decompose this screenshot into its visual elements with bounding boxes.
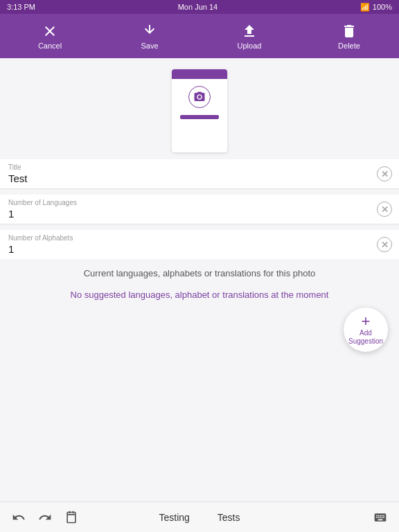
save-label: Save (141, 42, 158, 50)
alphabets-label: Number of Alphabets (8, 234, 371, 242)
redo-button[interactable] (35, 507, 55, 528)
redo-icon (38, 511, 52, 524)
keyboard-icon (373, 511, 387, 524)
bottom-nav-right (295, 507, 399, 528)
keyboard-button[interactable] (370, 507, 391, 528)
alphabets-clear-button[interactable]: ✕ (377, 237, 392, 252)
languages-field[interactable]: Number of Languages 1 ✕ (0, 195, 399, 224)
add-suggestion-button[interactable]: + AddSuggestion (344, 308, 388, 352)
alphabets-value: 1 (8, 243, 371, 255)
undo-icon (12, 511, 26, 524)
upload-button[interactable]: Upload (229, 23, 270, 50)
delete-label: Delete (338, 42, 360, 50)
status-date: Mon Jun 14 (178, 3, 218, 11)
cancel-label: Cancel (38, 42, 62, 50)
image-card-top-bar (172, 69, 227, 79)
cancel-icon (42, 23, 58, 39)
undo-button[interactable] (8, 507, 29, 528)
upload-icon (241, 23, 258, 39)
camera-icon-circle (188, 86, 211, 108)
camera-icon (193, 91, 206, 103)
status-bar: 3:13 PM Mon Jun 14 📶 100% (0, 0, 399, 14)
image-preview-container (0, 58, 399, 159)
alphabets-field[interactable]: Number of Alphabets 1 ✕ (0, 230, 399, 259)
title-label: Title (8, 163, 371, 171)
current-info-text: Current languages, alphabets or translat… (0, 260, 399, 284)
image-card (172, 69, 227, 152)
battery-icon: 100% (373, 3, 392, 11)
title-field[interactable]: Title Test ✕ (0, 159, 399, 189)
notebook-button[interactable] (61, 507, 82, 528)
cancel-button[interactable]: Cancel (29, 23, 71, 50)
top-toolbar: Cancel Save Upload Delete (0, 14, 399, 58)
bottom-nav-left (0, 507, 104, 528)
image-card-bottom-bar (180, 115, 219, 119)
languages-label: Number of Languages (8, 199, 371, 206)
save-button[interactable]: Save (129, 23, 170, 50)
languages-value: 1 (8, 208, 371, 220)
languages-clear-button[interactable]: ✕ (377, 202, 392, 217)
status-time: 3:13 PM (7, 3, 35, 11)
main-content: Title Test ✕ Number of Languages 1 ✕ Num… (0, 58, 399, 502)
wifi-icon: 📶 (360, 3, 370, 12)
bottom-nav-center: Testing Tests (104, 509, 295, 526)
title-clear-button[interactable]: ✕ (377, 166, 392, 181)
fab-label: AddSuggestion (348, 329, 383, 346)
tests-tab[interactable]: Tests (204, 509, 254, 526)
delete-button[interactable]: Delete (328, 23, 370, 50)
notebook-icon (64, 511, 78, 524)
form-section: Title Test ✕ Number of Languages 1 ✕ Num… (0, 159, 399, 259)
delete-icon (341, 23, 357, 39)
form-divider-1 (0, 189, 399, 195)
form-divider-2 (0, 224, 399, 230)
upload-label: Upload (238, 42, 262, 50)
title-value: Test (8, 172, 371, 184)
fab-container: + AddSuggestion (344, 308, 388, 352)
bottom-nav: Testing Tests (0, 502, 399, 532)
save-icon (141, 23, 158, 39)
testing-tab[interactable]: Testing (145, 509, 203, 526)
no-suggestion-text: No suggested languages, alphabet or tran… (0, 284, 399, 305)
fab-plus-icon: + (362, 314, 371, 329)
